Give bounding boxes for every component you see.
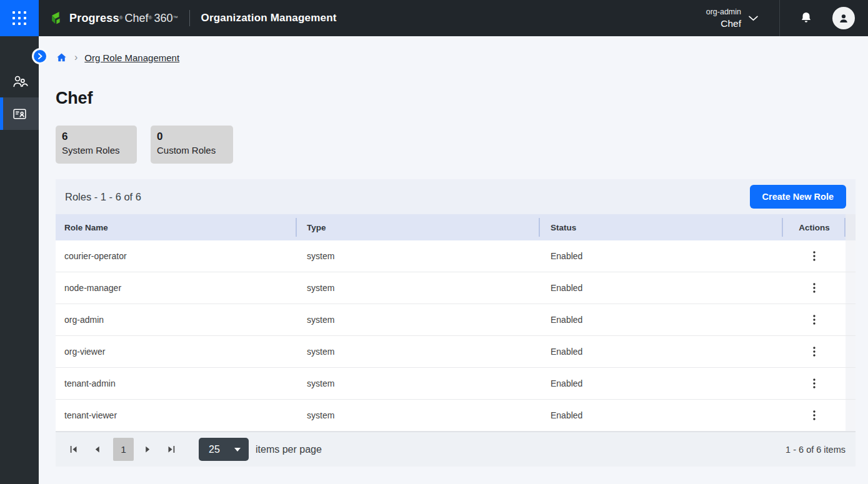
brand-logo: Progress® Chef® 360™ <box>51 12 178 25</box>
cell-status: Enabled <box>540 240 783 272</box>
sidebar-item-users[interactable] <box>0 65 39 97</box>
left-sidebar <box>0 36 39 484</box>
table-row: org-admin system Enabled <box>56 304 856 336</box>
page-title: Chef <box>56 89 856 108</box>
row-scrollbar-gutter <box>846 240 856 272</box>
cell-status: Enabled <box>540 336 783 367</box>
notifications-button[interactable] <box>799 11 814 26</box>
grid-pagination: 1 25 items per page <box>56 432 856 467</box>
table-row: node-manager system Enabled <box>56 272 856 304</box>
cell-status: Enabled <box>540 304 783 335</box>
chevron-down-icon <box>749 16 758 21</box>
row-actions-menu-button[interactable] <box>806 310 822 330</box>
previous-page-button[interactable] <box>89 440 104 459</box>
cell-status: Enabled <box>540 400 783 431</box>
topbar-divider <box>779 0 780 36</box>
row-actions-menu-button[interactable] <box>806 278 822 298</box>
cell-role-name: node-manager <box>56 272 297 304</box>
last-page-icon <box>167 445 176 453</box>
table-row: courier-operator system Enabled <box>56 240 856 272</box>
row-actions-menu-button[interactable] <box>806 342 822 362</box>
row-actions-menu-button[interactable] <box>806 373 822 393</box>
stat-card-system-roles: 6 System Roles <box>56 126 137 164</box>
breadcrumb: › Org Role Management <box>56 36 856 64</box>
breadcrumb-link-org-role-management[interactable]: Org Role Management <box>84 52 179 63</box>
row-actions-menu-button[interactable] <box>806 405 822 425</box>
cell-role-name: org-viewer <box>56 336 297 367</box>
account-button[interactable] <box>832 7 855 29</box>
cell-type: system <box>297 304 540 335</box>
table-row: tenant-viewer system Enabled <box>56 400 856 432</box>
apps-menu-button[interactable] <box>0 0 39 36</box>
cell-role-name: tenant-admin <box>56 368 297 399</box>
user-org-menu[interactable]: org-admin Chef <box>706 7 758 29</box>
stat-card-custom-roles: 0 Custom Roles <box>151 126 233 164</box>
table-row: tenant-admin system Enabled <box>56 368 856 400</box>
kebab-menu-icon <box>813 347 816 357</box>
row-scrollbar-gutter <box>846 400 856 431</box>
pagination-summary: 1 - 6 of 6 items <box>786 445 846 455</box>
caret-down-icon <box>234 448 241 452</box>
grid-toolbar: Roles - 1 - 6 of 6 Create New Role <box>56 179 856 214</box>
brand-mark: ™ <box>173 15 178 21</box>
column-header-type: Type <box>297 214 540 240</box>
people-icon <box>11 73 28 90</box>
brand-chef: Chef <box>125 12 149 25</box>
column-header-role-name: Role Name <box>56 214 297 240</box>
stat-value: 0 <box>157 131 227 143</box>
row-scrollbar-gutter <box>846 304 856 335</box>
user-role-label: org-admin <box>706 7 741 16</box>
user-org-texts: org-admin Chef <box>706 7 741 29</box>
progress-logo-icon <box>51 12 64 25</box>
create-new-role-button[interactable]: Create New Role <box>750 185 846 209</box>
brand-suffix: 360 <box>154 12 172 25</box>
kebab-menu-icon <box>813 378 816 388</box>
cell-type: system <box>297 240 540 272</box>
sidebar-expand-button[interactable] <box>32 48 48 64</box>
column-header-actions: Actions <box>783 214 846 240</box>
kebab-menu-icon <box>813 251 816 261</box>
cell-type: system <box>297 336 540 367</box>
last-page-button[interactable] <box>164 440 179 459</box>
cell-status: Enabled <box>540 368 783 399</box>
next-page-icon <box>144 445 152 453</box>
previous-page-icon <box>93 445 101 453</box>
top-bar: Progress® Chef® 360™ Organization Manage… <box>0 0 868 36</box>
next-page-button[interactable] <box>140 440 155 459</box>
column-header-status: Status <box>540 214 783 240</box>
home-icon <box>56 52 67 64</box>
stat-label: System Roles <box>62 145 131 156</box>
kebab-menu-icon <box>813 410 816 420</box>
waffle-grid-icon <box>12 11 26 25</box>
cell-type: system <box>297 400 540 431</box>
person-icon <box>837 11 851 25</box>
page-size-value: 25 <box>209 444 234 455</box>
breadcrumb-home-link[interactable] <box>56 52 67 64</box>
stats-row: 6 System Roles 0 Custom Roles <box>56 126 856 164</box>
chevron-separator-icon: › <box>74 52 77 63</box>
stat-value: 6 <box>62 131 131 143</box>
id-card-icon <box>12 106 27 122</box>
items-per-page-label: items per page <box>256 444 322 455</box>
cell-role-name: tenant-viewer <box>56 400 297 431</box>
row-actions-menu-button[interactable] <box>806 246 822 266</box>
page-size-dropdown[interactable]: 25 <box>199 438 249 461</box>
sidebar-item-org-roles[interactable] <box>0 97 39 130</box>
current-page-button[interactable]: 1 <box>113 438 134 461</box>
table-row: org-viewer system Enabled <box>56 336 856 368</box>
header-scrollbar-spacer <box>846 214 856 240</box>
brand-progress: Progress <box>69 12 119 25</box>
grid-header-row: Role Name Type Status Actions <box>56 214 856 240</box>
first-page-icon <box>69 445 77 453</box>
bell-icon <box>799 11 814 26</box>
first-page-button[interactable] <box>66 440 81 459</box>
row-scrollbar-gutter <box>846 336 856 367</box>
stat-label: Custom Roles <box>157 145 227 156</box>
brand-mark: ® <box>119 15 123 21</box>
user-org-label: Chef <box>706 18 741 29</box>
main-content: › Org Role Management Chef 6 System Role… <box>39 36 868 484</box>
row-scrollbar-gutter <box>846 368 856 399</box>
kebab-menu-icon <box>813 283 816 293</box>
cell-type: system <box>297 368 540 399</box>
kebab-menu-icon <box>813 315 816 325</box>
